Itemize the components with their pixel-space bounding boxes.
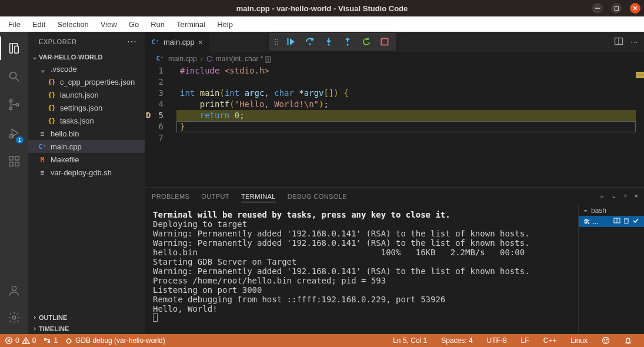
- panel-tabs: PROBLEMS OUTPUT TERMINAL DEBUG CONSOLE ＋…: [145, 188, 644, 205]
- debug-toolbar[interactable]: [269, 33, 396, 51]
- activity-account[interactable]: [0, 279, 28, 302]
- drag-handle-icon[interactable]: [275, 39, 276, 45]
- line-number-gutter: 1234567: [145, 65, 176, 187]
- statusbar-indent[interactable]: Spaces: 4: [441, 336, 472, 345]
- svg-line-5: [16, 78, 19, 82]
- menu-go[interactable]: Go: [124, 19, 144, 30]
- tree-file[interactable]: {}c_cpp_properties.json: [28, 75, 145, 88]
- tree-folder-vscode[interactable]: ⌄ .vscode: [28, 62, 145, 75]
- menu-run[interactable]: Run: [146, 19, 169, 30]
- activity-settings[interactable]: [0, 306, 28, 329]
- panel-tab-debug-console[interactable]: DEBUG CONSOLE: [288, 193, 347, 200]
- menu-help[interactable]: Help: [212, 19, 238, 30]
- activity-source-control[interactable]: [0, 93, 28, 116]
- tree-timeline[interactable]: › TIMELINE: [28, 323, 145, 334]
- svg-point-38: [25, 342, 26, 343]
- statusbar-position[interactable]: Ln 5, Col 1: [393, 336, 427, 345]
- terminal-list: ⌁ bash 🛠 ...: [578, 205, 644, 334]
- tree-file[interactable]: MMakefile: [28, 153, 145, 166]
- breakpoint-current-icon[interactable]: D: [146, 110, 151, 121]
- debug-step-into-icon[interactable]: [324, 37, 333, 46]
- svg-point-4: [10, 72, 16, 79]
- tab-close-icon[interactable]: ×: [198, 38, 203, 47]
- terminal-new-icon[interactable]: ＋: [599, 192, 605, 201]
- breadcrumb-symbol[interactable]: main(int, char * []): [216, 55, 272, 63]
- debug-restart-icon[interactable]: [362, 37, 371, 46]
- panel-tab-terminal[interactable]: TERMINAL: [241, 193, 276, 202]
- statusbar-encoding[interactable]: UTF-8: [487, 336, 507, 345]
- window-maximize-button[interactable]: [611, 3, 622, 14]
- terminal-entry-task[interactable]: 🛠 ...: [579, 216, 644, 227]
- tree-root[interactable]: ⌄ VAR-HELLO-WORLD: [28, 51, 145, 62]
- debug-step-out-icon[interactable]: [343, 37, 352, 46]
- menu-view[interactable]: View: [96, 19, 122, 30]
- trash-icon[interactable]: [623, 217, 630, 226]
- panel-close-icon[interactable]: ×: [635, 192, 638, 201]
- tree-file-maincpp[interactable]: C⁺main.cpp: [28, 140, 145, 153]
- svg-point-21: [309, 43, 311, 45]
- breadcrumb-file[interactable]: main.cpp: [168, 55, 197, 63]
- terminal[interactable]: Terminal will be reused by tasks, press …: [145, 205, 578, 334]
- split-terminal-icon[interactable]: [613, 217, 620, 226]
- window-close-button[interactable]: [630, 3, 640, 14]
- tree-file[interactable]: {}settings.json: [28, 101, 145, 114]
- menu-terminal[interactable]: Terminal: [172, 19, 210, 30]
- activity-extensions[interactable]: [0, 149, 28, 173]
- svg-rect-14: [9, 162, 13, 166]
- tree-outline[interactable]: › OUTLINE: [28, 312, 145, 323]
- svg-rect-19: [288, 38, 289, 45]
- panel-tab-output[interactable]: OUTPUT: [201, 193, 229, 200]
- window-minimize-button[interactable]: [592, 3, 603, 14]
- cpp-icon: C⁺: [155, 54, 165, 64]
- terminal-icon: ⌁: [583, 206, 588, 215]
- svg-point-8: [16, 104, 18, 106]
- sidebar-header: EXPLORER ⋯: [28, 32, 145, 51]
- panel-maximize-icon[interactable]: ＾: [622, 192, 629, 201]
- tree-file[interactable]: {}launch.json: [28, 88, 145, 101]
- split-editor-icon[interactable]: [614, 36, 623, 48]
- debug-continue-icon[interactable]: [286, 37, 296, 46]
- menu-selection[interactable]: Selection: [52, 19, 93, 30]
- editor-more-icon[interactable]: ⋯: [630, 38, 639, 46]
- tree-file[interactable]: ≡var-deploy-gdb.sh: [28, 166, 145, 179]
- statusbar-notifications[interactable]: [624, 336, 632, 345]
- code-area[interactable]: #include <stdio.h>int main(int argc, cha…: [176, 65, 636, 187]
- statusbar-feedback[interactable]: [602, 336, 610, 345]
- breadcrumb[interactable]: C⁺ main.cpp › ⬡ main(int, char * []): [145, 52, 644, 65]
- svg-rect-15: [15, 162, 19, 166]
- terminal-split-dropdown-icon[interactable]: ⌄: [611, 192, 616, 201]
- activity-bar: 1: [0, 32, 28, 334]
- debug-stop-icon[interactable]: [381, 38, 389, 46]
- minimap[interactable]: [636, 65, 644, 187]
- menu-file[interactable]: File: [4, 19, 25, 30]
- activity-run-badge: 1: [16, 136, 24, 144]
- terminal-entry-bash[interactable]: ⌁ bash: [579, 205, 644, 216]
- svg-point-45: [603, 338, 609, 344]
- statusbar-eol[interactable]: LF: [521, 336, 529, 345]
- json-icon: {}: [47, 90, 56, 99]
- svg-point-46: [604, 339, 605, 340]
- titlebar: main.cpp - var-hello-world - Visual Stud…: [0, 0, 644, 16]
- statusbar-os[interactable]: Linux: [570, 336, 588, 345]
- svg-point-39: [45, 339, 46, 341]
- debug-step-over-icon[interactable]: [305, 37, 315, 46]
- check-icon[interactable]: [632, 217, 639, 226]
- panel-tab-problems[interactable]: PROBLEMS: [152, 193, 189, 200]
- tree-file[interactable]: ≡hello.bin: [28, 127, 145, 140]
- activity-explorer[interactable]: [0, 36, 28, 60]
- editor[interactable]: D 1234567 #include <stdio.h>int main(int…: [145, 65, 644, 187]
- makefile-icon: M: [38, 155, 47, 164]
- svg-point-47: [606, 339, 607, 340]
- statusbar-problems[interactable]: 0 0: [5, 336, 36, 345]
- svg-point-41: [67, 339, 71, 343]
- sidebar-more-icon[interactable]: ⋯: [127, 36, 138, 47]
- statusbar-debug[interactable]: GDB debug (var-hello-world): [65, 336, 165, 345]
- activity-search[interactable]: [0, 65, 28, 88]
- statusbar-ports[interactable]: 1: [43, 336, 58, 345]
- activity-run-debug[interactable]: 1: [0, 121, 28, 145]
- tree-file[interactable]: {}tasks.json: [28, 114, 145, 127]
- statusbar-language[interactable]: C++: [543, 336, 557, 345]
- cpp-icon: C⁺: [151, 38, 160, 47]
- menu-edit[interactable]: Edit: [28, 19, 50, 30]
- tab-maincpp[interactable]: C⁺ main.cpp ×: [145, 32, 209, 52]
